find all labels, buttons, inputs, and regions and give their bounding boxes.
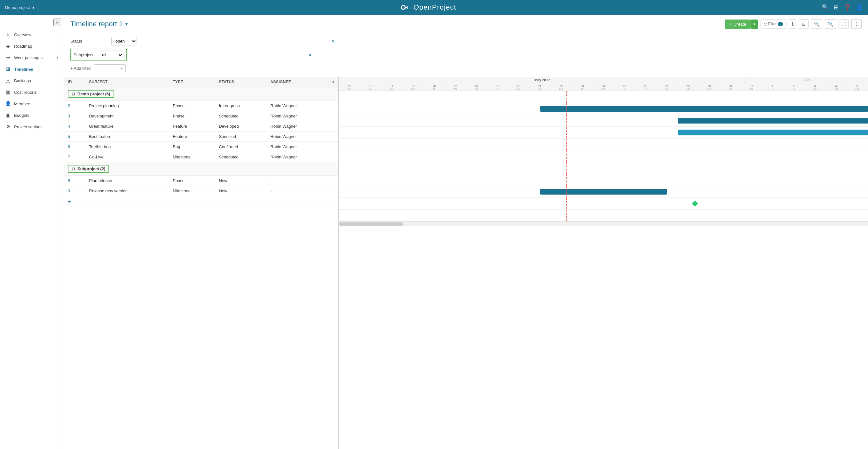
cell-subject: Project planning <box>85 101 169 111</box>
gantt-day-cell: 12Fr <box>339 84 360 91</box>
cell-assignee: Robin Wagner <box>267 101 329 111</box>
cell-assignee: Robin Wagner <box>267 121 329 131</box>
table-row: 5 Best feature Feature Specified Robin W… <box>64 131 338 142</box>
nav-right-icons: 🔍 ⊞ ❓ 👤 <box>822 4 863 11</box>
user-avatar-icon[interactable]: 👤 <box>856 4 863 11</box>
subproject-filter-select[interactable]: all none <box>98 51 123 59</box>
project-dropdown-icon: ▾ <box>32 5 35 10</box>
gantt-bar[interactable] <box>678 118 868 123</box>
zoom-out-button[interactable]: 🔍 <box>825 19 836 29</box>
gantt-today-line <box>566 162 567 174</box>
cell-actions <box>329 131 338 142</box>
more-button[interactable]: ⋮ <box>851 19 862 29</box>
gantt-milestone[interactable] <box>692 200 698 207</box>
page-title-dropdown-icon[interactable]: ▾ <box>125 22 128 27</box>
work-package-id-link[interactable]: 6 <box>68 144 70 149</box>
gantt-day-cell: 20Su <box>508 84 529 91</box>
subproject-filter-label: Subproject <box>73 53 93 57</box>
project-settings-icon: ⚙ <box>5 124 11 130</box>
app-layout: « ℹ Overview ◈ Roadmap ☰ Work packages ▾… <box>0 15 868 449</box>
table-gantt-area: ID SUBJECT TYPE STATUS ASSIGNEE + ⊟Demo … <box>64 77 868 449</box>
work-table-side: ID SUBJECT TYPE STATUS ASSIGNEE + ⊟Demo … <box>64 77 339 449</box>
help-icon[interactable]: ❓ <box>844 4 851 11</box>
work-package-id-link[interactable]: 4 <box>68 124 70 129</box>
sidebar-item-work-packages[interactable]: ☰ Work packages ▾ <box>0 52 64 63</box>
work-package-id-link[interactable]: 7 <box>68 155 70 159</box>
sidebar-item-project-settings[interactable]: ⚙ Project settings <box>0 121 64 132</box>
subproject-filter-close-button[interactable]: ✕ <box>308 53 312 58</box>
grid-icon[interactable]: ⊞ <box>834 4 839 11</box>
gantt-bar[interactable] <box>540 106 868 112</box>
day-name: Mo <box>708 88 711 90</box>
add-work-package-button[interactable]: + <box>68 199 71 204</box>
day-name: We <box>601 88 606 90</box>
project-name: Demo project <box>5 5 30 10</box>
day-name: Mo <box>856 88 859 90</box>
create-button[interactable]: + Create <box>725 20 751 29</box>
table-row: 8 Plan release Phase New - <box>64 176 338 186</box>
gantt-day-cell: 26Fr <box>635 84 656 91</box>
search-icon[interactable]: 🔍 <box>822 4 829 11</box>
fullscreen-button[interactable]: ⛶ <box>839 19 849 29</box>
table-group-row[interactable]: ⊟Demo project (6) <box>64 87 338 101</box>
cell-assignee: - <box>267 186 329 196</box>
sidebar-item-timelines[interactable]: ⊞ Timelines <box>0 63 64 75</box>
work-package-id-link[interactable]: 5 <box>68 134 70 139</box>
work-package-id-link[interactable]: 3 <box>68 114 70 118</box>
work-package-id-link[interactable]: 2 <box>68 103 70 108</box>
day-name: Su <box>665 88 669 90</box>
gantt-data-row <box>339 139 868 150</box>
work-package-id-link[interactable]: 8 <box>68 178 70 183</box>
gantt-scrollbar-thumb[interactable] <box>339 222 403 226</box>
table-row: 9 Release new version Milestone New - <box>64 186 338 196</box>
table-group-row[interactable]: ⊟Subproject (2) <box>64 162 338 176</box>
status-filter-select[interactable]: open closed all <box>111 37 137 46</box>
zoom-in-button[interactable]: 🔍 <box>811 19 822 29</box>
gantt-day-cell: 16Tu <box>424 84 445 91</box>
info-button[interactable]: ℹ <box>789 19 796 29</box>
add-filter-select[interactable] <box>94 64 126 72</box>
col-status: STATUS <box>215 77 267 87</box>
gantt-day-cell: 21Su <box>529 84 550 91</box>
create-dropdown-button[interactable]: ▾ <box>751 20 758 29</box>
gantt-chart-side: May 2017 Jun 12Fr13Su14Su15Mo16Tu17We18T… <box>339 77 868 449</box>
gantt-day-cell: 17We <box>445 84 466 91</box>
create-button-group: + Create ▾ <box>725 20 758 29</box>
sidebar-item-cost-reports[interactable]: ▦ Cost reports <box>0 86 64 98</box>
sidebar-item-overview[interactable]: ℹ Overview <box>0 29 64 40</box>
project-selector[interactable]: Demo project ▾ <box>5 5 35 10</box>
group-collapse-icon: ⊟ <box>72 92 75 96</box>
sidebar-item-backlogs[interactable]: △ Backlogs <box>0 75 64 86</box>
day-name: Tu <box>729 88 732 90</box>
cell-actions <box>329 176 338 186</box>
add-filter-label[interactable]: + Add filter: <box>70 66 91 71</box>
col-add[interactable]: + <box>329 77 338 87</box>
cell-status: Scheduled <box>215 111 267 121</box>
status-filter-close-button[interactable]: ✕ <box>331 39 335 44</box>
gantt-header: May 2017 Jun 12Fr13Su14Su15Mo16Tu17We18T… <box>339 77 868 91</box>
gantt-day-cell: 28Su <box>678 84 699 91</box>
sidebar-item-members[interactable]: 👤 Members <box>0 98 64 110</box>
gantt-today-line <box>566 174 567 186</box>
sidebar-item-roadmap[interactable]: ◈ Roadmap <box>0 40 64 52</box>
cell-id: 3 <box>64 111 85 121</box>
cell-actions <box>329 101 338 111</box>
top-navigation: Demo project ▾ OpenProject 🔍 ⊞ ❓ 👤 <box>0 0 868 15</box>
cell-assignee: - <box>267 176 329 186</box>
gantt-bar[interactable] <box>540 189 667 194</box>
status-filter-wrapper: open closed all <box>111 37 137 46</box>
gantt-today-line <box>566 103 567 115</box>
sidebar-label-cost-reports: Cost reports <box>14 90 59 95</box>
gantt-day-row: 12Fr13Su14Su15Mo16Tu17We18Th19Fr20Su21Su… <box>339 84 868 91</box>
view-table-button[interactable]: ⊟ <box>799 19 808 29</box>
day-name: We <box>750 88 753 90</box>
sidebar-collapse-button[interactable]: « <box>54 19 61 26</box>
gantt-day-cell: 1Th <box>762 84 783 91</box>
gantt-month-label: May 2017 <box>339 77 746 84</box>
gantt-bar[interactable] <box>678 130 868 136</box>
sidebar-item-budgets[interactable]: ▣ Budgets <box>0 110 64 121</box>
filter-button[interactable]: ▽ Filter 2 <box>761 20 786 28</box>
day-name: Su <box>369 88 372 90</box>
gantt-day-cell: 14Su <box>381 84 402 91</box>
work-package-id-link[interactable]: 9 <box>68 188 70 193</box>
